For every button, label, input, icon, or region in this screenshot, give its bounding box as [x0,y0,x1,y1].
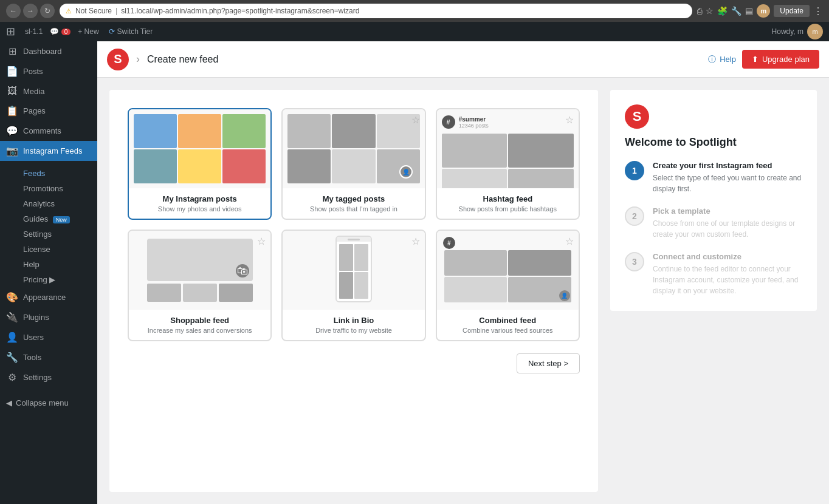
user-avatar[interactable]: m [807,24,823,39]
sidebar-item-instagram-feeds[interactable]: 📷 Instagram Feeds [0,141,97,161]
plugin-header: S › Create new feed ⓘ Help ⬆ Upgrade pla… [97,41,829,78]
wizard-area: My Instagram posts Show my photos and vi… [97,78,829,504]
feed-card-combined[interactable]: ☆ # 👤 [436,230,580,341]
sidebar-item-promotions[interactable]: Promotions [0,181,97,196]
site-link[interactable]: sl-1.1 [20,27,47,36]
feed-card-title: My tagged posts [290,194,417,203]
favorite-star[interactable]: ☆ [411,114,420,126]
preview-cell [444,277,507,302]
feed-card-info: Combined feed Combine various feed sourc… [437,310,579,340]
upgrade-button[interactable]: ⬆ Upgrade plan [742,50,819,69]
favorite-star[interactable]: ☆ [411,236,420,247]
tagged-avatar: 👤 [399,165,413,179]
phone-notch [337,237,371,242]
feed-card-desc: Increase my sales and conversions [136,327,263,334]
sidebar-item-posts[interactable]: 📄 Posts [0,61,97,81]
sidebar-item-license[interactable]: License [0,242,97,257]
combined-preview-grid [442,248,574,305]
phone-cell [354,244,368,271]
address-bar[interactable]: ⚠ Not Secure | sl11.local/wp-admin/admin… [60,4,692,18]
sidebar-item-pricing[interactable]: Pricing ▶ [0,272,97,287]
security-icon: ⚠ [66,7,72,15]
instagram-feeds-section: Feeds Promotions Analytics Guides New Se… [0,166,97,287]
sidebar-item-media[interactable]: 🖼 Media [0,81,97,101]
help-icon: ⓘ [708,54,716,65]
feed-card-hashtag[interactable]: ☆ # #summer 12346 posts [436,108,580,220]
new-content-button[interactable]: + New [73,27,103,36]
feed-card-my-tagged[interactable]: ☆ 👤 My tagged [281,108,425,220]
sidebar-item-feeds[interactable]: Feeds [0,166,97,181]
preview-cell [508,169,574,188]
collapse-icon: ◀ [6,398,12,407]
extensions-icon[interactable]: 🧩 [717,6,728,16]
back-button[interactable]: ← [6,4,21,18]
sidebar-item-plugins[interactable]: 🔌 Plugins [0,307,97,327]
next-step-button[interactable]: Next step > [517,353,580,373]
feed-types-container: My Instagram posts Show my photos and vi… [109,90,598,492]
feed-card-preview-hashtag: ☆ # #summer 12346 posts [437,109,579,188]
feed-card-desc: Combine various feed sources [444,327,571,334]
feed-card-preview-my-instagram [129,109,270,188]
favorite-star[interactable]: ☆ [257,236,266,247]
content-area: S › Create new feed ⓘ Help ⬆ Upgrade pla… [97,41,829,504]
favorite-star[interactable]: ☆ [565,236,574,247]
sidebar: ⊞ Dashboard 📄 Posts 🖼 Media 📋 Pages 💬 Co… [0,41,97,504]
preview-cell [508,250,571,276]
update-button[interactable]: Update [774,5,810,17]
step-number-1: 1 [625,161,644,180]
welcome-title: Welcome to Spotlight [625,136,802,149]
posts-icon: 📄 [6,66,18,77]
sidebar-item-settings[interactable]: Settings [0,226,97,242]
wp-logo[interactable]: ⊞ [6,25,15,38]
preview-cell [377,149,420,183]
step-content-2: Pick a template Choose from one of our t… [653,206,802,240]
favorite-star[interactable]: ☆ [565,114,574,126]
feed-card-my-instagram[interactable]: My Instagram posts Show my photos and vi… [128,108,272,220]
bookmark-icon[interactable]: ☆ [706,6,714,16]
switch-tier-button[interactable]: ⟳ Switch Tier [104,27,158,36]
comment-icon[interactable]: 💬 0 [47,27,73,36]
feed-card-desc: Show posts that I'm tagged in [290,205,417,213]
notch-bar [348,239,360,240]
browser-actions: ⎙ ☆ 🧩 🔧 ▤ m Update ⋮ [697,4,823,18]
profile-icon[interactable]: m [757,4,770,18]
sidebar-item-dashboard[interactable]: ⊞ Dashboard [0,41,97,61]
feed-card-title: Combined feed [444,316,571,325]
step-content-3: Connect and customize Continue to the fe… [653,252,802,296]
url-separator: | [115,7,117,15]
combined-hashtag-icon: # [443,237,455,249]
sidebar-item-pages[interactable]: 📋 Pages [0,101,97,121]
sidebar-item-appearance[interactable]: 🎨 Appearance [0,287,97,307]
step-content-1: Create your first Instagram feed Select … [653,161,802,194]
feed-card-info: My tagged posts Show posts that I'm tagg… [283,188,424,219]
share-icon[interactable]: ⎙ [697,6,702,16]
dashboard-icon: ⊞ [6,46,18,57]
sidebar-item-guides[interactable]: Guides New [0,211,97,226]
sidebar-item-help[interactable]: Help [0,257,97,272]
shop-thumb [219,284,253,302]
sidebar-item-comments[interactable]: 💬 Comments [0,121,97,141]
feed-card-shoppable[interactable]: ☆ 🛍 [128,230,272,341]
refresh-button[interactable]: ↻ [40,4,55,18]
feed-card-link-in-bio[interactable]: ☆ [281,230,425,341]
collapse-menu-button[interactable]: ◀ Collapse menu [0,392,97,414]
forward-button[interactable]: → [23,4,38,18]
sidebar-toggle-icon[interactable]: ▤ [745,6,753,16]
spotlight-avatar: S [625,104,649,129]
new-badge: New [53,216,70,223]
puzzle-icon[interactable]: 🔧 [731,6,741,16]
shop-cart-icon: 🛍 [236,264,249,278]
phone-cell [339,244,353,271]
sidebar-item-users[interactable]: 👤 Users [0,327,97,347]
hashtag-count: 12346 posts [459,123,489,129]
feed-card-preview-shoppable: ☆ 🛍 [129,231,270,310]
help-button[interactable]: ⓘ Help [708,54,736,65]
more-options-icon[interactable]: ⋮ [813,5,823,17]
pages-icon: 📋 [6,105,18,117]
sidebar-item-analytics[interactable]: Analytics [0,196,97,211]
preview-cell [287,149,331,183]
sidebar-item-settings2[interactable]: ⚙ Settings [0,367,97,387]
sidebar-item-tools[interactable]: 🔧 Tools [0,347,97,367]
users-icon: 👤 [6,332,18,343]
media-icon: 🖼 [6,86,18,97]
